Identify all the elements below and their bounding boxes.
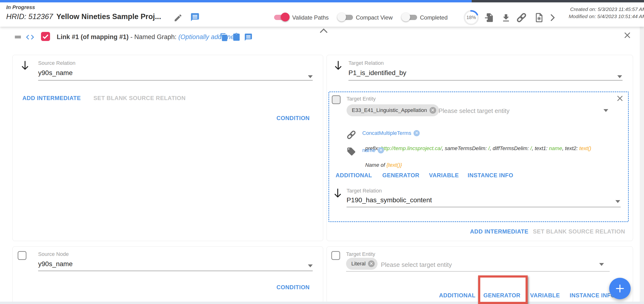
target-entity-chip[interactable]: E33_E41_Linguistic_Appellation ✕ xyxy=(346,104,439,116)
param-key: , text2: xyxy=(562,145,579,151)
inner-target-relation-dropdown-caret[interactable] xyxy=(616,200,620,203)
remove-chip-icon[interactable]: ✕ xyxy=(430,107,436,114)
progress-percent: 18% xyxy=(463,15,479,20)
bottom-target-entity-label: Target Entity xyxy=(346,251,375,257)
created-on: Created on: 5/3/2023 11:45:57 AM xyxy=(560,6,644,13)
instance-info-button[interactable]: INSTANCE INFO xyxy=(468,172,513,179)
chevron-right-icon[interactable] xyxy=(548,13,557,22)
uri-generator-params: prefix: http://temp.lincsproject.ca/, sa… xyxy=(362,139,591,152)
source-node-label: Source Node xyxy=(38,251,69,257)
set-blank-source-relation-button[interactable]: SET BLANK SOURCE RELATION xyxy=(94,95,186,102)
uri-generator-icon xyxy=(346,130,356,140)
toggle-thumb xyxy=(337,13,346,22)
uri-generator-row: ConcatMultipleTerms ✕ xyxy=(362,130,420,136)
edit-title-icon[interactable] xyxy=(174,13,182,22)
close-link-icon[interactable] xyxy=(623,31,632,40)
target-relation-value[interactable]: P1_is_identified_by xyxy=(348,69,406,77)
remove-label-generator-icon[interactable]: ✕ xyxy=(378,147,384,154)
link-checkbox-checked[interactable] xyxy=(41,32,50,41)
target-entity-dropdown-caret[interactable] xyxy=(604,109,608,112)
template-prefix: Name of xyxy=(365,162,386,168)
drag-handle-icon[interactable] xyxy=(13,32,22,42)
link-settings-icon[interactable] xyxy=(516,12,527,23)
copy-link-icon[interactable] xyxy=(220,33,228,42)
literal-chip[interactable]: Literal ✕ xyxy=(346,258,378,270)
chip-label: Literal xyxy=(351,261,366,267)
arrow-down-icon xyxy=(20,60,30,71)
uri-generator-name[interactable]: ConcatMultipleTerms xyxy=(362,130,411,136)
template-value: {text()} xyxy=(386,162,402,168)
validate-paths-label: Validate Paths xyxy=(292,14,329,21)
source-relation-dropdown-caret[interactable] xyxy=(308,75,313,78)
bottom-variable-button[interactable]: VARIABLE xyxy=(530,292,560,299)
file-settings-icon[interactable] xyxy=(534,12,544,23)
target-relation-underline xyxy=(348,80,622,80)
source-node-checkbox[interactable] xyxy=(18,251,26,260)
paste-link-icon[interactable] xyxy=(232,33,241,42)
compact-view-toggle[interactable] xyxy=(338,14,353,20)
status-text: In Progress xyxy=(6,4,35,10)
additional-button[interactable]: ADDITIONAL xyxy=(336,172,372,179)
target-add-intermediate-button[interactable]: ADD INTERMEDIATE xyxy=(470,228,528,235)
scrollbar-gutter[interactable] xyxy=(640,27,644,304)
title-comment-icon[interactable] xyxy=(190,12,200,22)
bottom-target-entity-placeholder[interactable]: Please select target entity xyxy=(381,261,452,268)
toggle-thumb xyxy=(401,13,410,22)
param-key: , sameTermsDelim: xyxy=(442,145,488,151)
top-progress-track xyxy=(472,0,644,2)
target-entity-placeholder[interactable]: Please select target entity xyxy=(438,107,510,114)
import-file-icon[interactable] xyxy=(484,12,495,23)
source-node-value[interactable]: y90s_name xyxy=(38,260,73,268)
label-generator-tag-icon xyxy=(346,147,356,156)
source-relation-value[interactable]: y90s_name xyxy=(38,69,73,77)
completed-label: Completed xyxy=(420,14,448,21)
arrow-down-icon xyxy=(333,188,343,199)
bottom-target-entity-checkbox[interactable] xyxy=(331,251,340,260)
download-icon[interactable] xyxy=(501,13,511,23)
check-icon xyxy=(41,32,50,41)
condition-button[interactable]: CONDITION xyxy=(276,115,310,122)
source-node-dropdown-caret[interactable] xyxy=(308,264,313,267)
title-row: HRID: 512367 Yellow Nineties Sample Proj… xyxy=(6,12,161,21)
toggle-thumb xyxy=(281,13,290,22)
target-set-blank-button[interactable]: SET BLANK SOURCE RELATION xyxy=(533,228,625,235)
param-value: text() xyxy=(580,145,591,151)
hrid-label: HRID: 512367 xyxy=(6,12,53,21)
collapse-link-icon[interactable] xyxy=(319,27,328,34)
link-title: Link #1 (of mapping #1) xyxy=(57,33,129,41)
add-intermediate-button[interactable]: ADD INTERMEDIATE xyxy=(22,95,81,102)
inner-target-relation-value[interactable]: P190_has_symbolic_content xyxy=(346,196,432,204)
generator-highlight-box xyxy=(478,276,528,304)
source-node-condition-button[interactable]: CONDITION xyxy=(276,284,310,291)
completed-toggle[interactable] xyxy=(402,14,417,20)
bottom-instance-info-button[interactable]: INSTANCE INFO xyxy=(570,292,615,299)
bottom-target-entity-dropdown-caret[interactable] xyxy=(599,263,604,266)
bottom-additional-button[interactable]: ADDITIONAL xyxy=(439,292,476,299)
validate-paths-toggle[interactable] xyxy=(274,14,289,20)
progress-ring: 18% xyxy=(463,10,479,26)
bottom-generator-button[interactable]: GENERATOR xyxy=(483,292,520,299)
modified-on: Modified on: 5/4/2023 10:51:44 AM xyxy=(560,13,644,20)
label-generator-row: name ✕ xyxy=(362,147,384,154)
target-relation-dropdown-caret[interactable] xyxy=(617,75,622,78)
generator-button[interactable]: GENERATOR xyxy=(382,172,420,179)
remove-chip-icon[interactable]: ✕ xyxy=(368,260,375,267)
target-entity-checkbox[interactable] xyxy=(332,95,340,104)
link-comment-icon[interactable] xyxy=(244,33,253,42)
source-relation-underline xyxy=(38,80,313,80)
plus-icon xyxy=(615,283,625,294)
page-title: Yellow Nineties Sample Proj... xyxy=(56,12,161,21)
source-panel xyxy=(12,55,323,241)
remove-uri-generator-icon[interactable]: ✕ xyxy=(414,130,420,136)
param-key: , diffTermsDelim: xyxy=(490,145,530,151)
app-header: In Progress HRID: 512367 Yellow Nineties… xyxy=(0,0,644,27)
chip-label: E33_E41_Linguistic_Appellation xyxy=(352,107,427,114)
add-fab-button[interactable] xyxy=(609,278,631,299)
code-view-icon[interactable] xyxy=(25,32,35,42)
close-target-entity-icon[interactable] xyxy=(616,94,624,102)
top-progress-fill xyxy=(0,0,472,2)
variable-button[interactable]: VARIABLE xyxy=(429,172,459,179)
source-node-underline xyxy=(38,271,313,271)
label-generator-name[interactable]: name xyxy=(362,147,376,154)
compact-view-label: Compact View xyxy=(356,14,392,21)
